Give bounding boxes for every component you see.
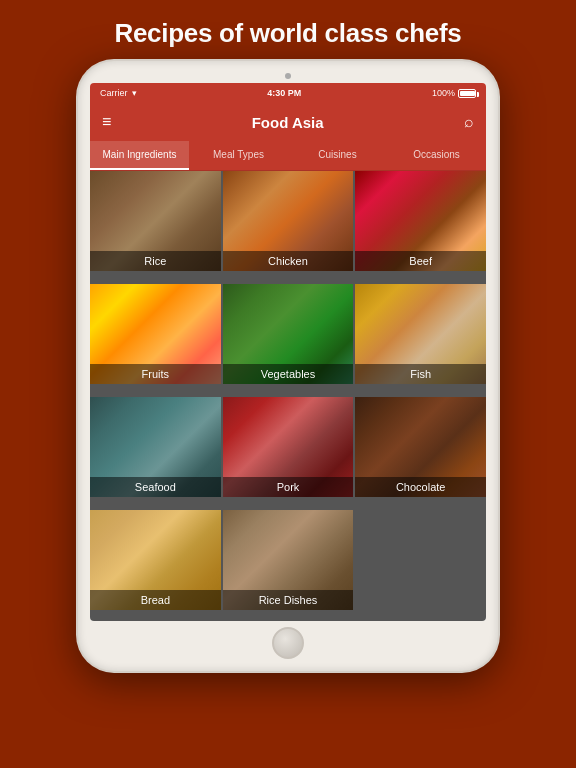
grid-label-chicken: Chicken (223, 251, 354, 271)
grid-item-fish[interactable]: Fish (355, 284, 486, 384)
status-bar-left: Carrier ▾ (100, 88, 137, 98)
app-title: Food Asia (252, 114, 324, 131)
food-grid: Rice Chicken Beef Fruits Vegetables Fish (90, 171, 486, 621)
battery-label: 100% (432, 88, 455, 98)
grid-label-bread: Bread (90, 590, 221, 610)
wifi-icon: ▾ (132, 88, 137, 98)
headline: Recipes of world class chefs (94, 0, 481, 61)
grid-item-rice2[interactable]: Rice Dishes (223, 510, 354, 610)
tabs-bar: Main Ingredients Meal Types Cuisines Occ… (90, 141, 486, 171)
status-bar-right: 100% (432, 88, 476, 98)
tablet-frame: Carrier ▾ 4:30 PM 100% ≡ Food Asia ⌕ Mai… (78, 61, 498, 671)
tab-meal-types[interactable]: Meal Types (189, 141, 288, 170)
menu-icon[interactable]: ≡ (102, 113, 111, 131)
tab-main-ingredients[interactable]: Main Ingredients (90, 141, 189, 170)
grid-label-rice2: Rice Dishes (223, 590, 354, 610)
grid-label-rice: Rice (90, 251, 221, 271)
grid-item-chocolate[interactable]: Chocolate (355, 397, 486, 497)
grid-label-pork: Pork (223, 477, 354, 497)
grid-item-fruits[interactable]: Fruits (90, 284, 221, 384)
grid-label-chocolate: Chocolate (355, 477, 486, 497)
tablet-home-button[interactable] (272, 627, 304, 659)
grid-item-beef[interactable]: Beef (355, 171, 486, 271)
grid-item-rice[interactable]: Rice (90, 171, 221, 271)
carrier-label: Carrier (100, 88, 128, 98)
grid-label-fruits: Fruits (90, 364, 221, 384)
grid-item-seafood[interactable]: Seafood (90, 397, 221, 497)
tablet-camera (285, 73, 291, 79)
battery-icon (458, 89, 476, 98)
tab-cuisines[interactable]: Cuisines (288, 141, 387, 170)
grid-label-seafood: Seafood (90, 477, 221, 497)
grid-item-pork[interactable]: Pork (223, 397, 354, 497)
grid-label-beef: Beef (355, 251, 486, 271)
tablet-screen: Carrier ▾ 4:30 PM 100% ≡ Food Asia ⌕ Mai… (90, 83, 486, 621)
grid-item-bread[interactable]: Bread (90, 510, 221, 610)
app-header: ≡ Food Asia ⌕ (90, 103, 486, 141)
status-bar: Carrier ▾ 4:30 PM 100% (90, 83, 486, 103)
grid-item-chicken[interactable]: Chicken (223, 171, 354, 271)
grid-label-fish: Fish (355, 364, 486, 384)
search-icon[interactable]: ⌕ (464, 113, 474, 131)
grid-label-vegetables: Vegetables (223, 364, 354, 384)
status-bar-center: 4:30 PM (267, 88, 301, 98)
grid-item-vegetables[interactable]: Vegetables (223, 284, 354, 384)
tab-occasions[interactable]: Occasions (387, 141, 486, 170)
